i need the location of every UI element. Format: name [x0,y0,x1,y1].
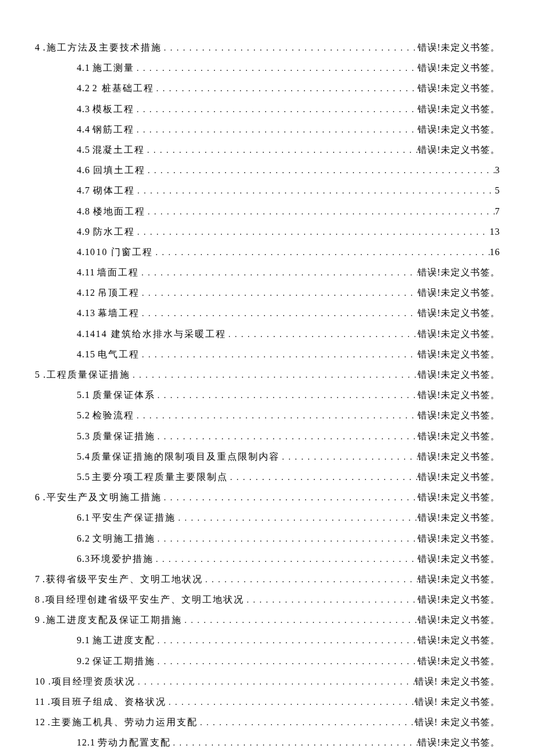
toc-number: 9 [35,612,40,628]
toc-number: 7 [35,571,40,587]
toc-page: 错误!未定义书签。 [418,285,500,300]
toc-leader-dots [139,264,417,280]
toc-title: 保证工期措施 [92,653,155,669]
toc-page: 错误!未定义书签。 [418,367,500,382]
toc-leader-dots [135,182,495,198]
toc-number: 4.11 [77,264,95,280]
toc-entry: 5.2检验流程错误!未定义书签。 [35,407,500,423]
toc-page: 16 [490,244,500,260]
toc-page: 错误!未定义书签。 [418,653,500,669]
toc-title: 电气工程 [98,346,140,362]
toc-page: 错误!未定义书签。 [418,489,500,505]
toc-page: 错误!未定义书签。 [418,449,500,464]
toc-leader-dots [140,305,418,321]
toc-entry: 4.1施工测量错误!未定义书签。 [35,60,500,76]
toc-title: 10 门窗工程 [96,244,153,260]
toc-leader-dots [166,694,415,710]
toc-title: 主要分项工程质量主要限制点 [92,469,228,485]
toc-leader-dots [153,244,490,260]
toc-title: 14 建筑给水排水与采暖工程 [96,326,226,342]
toc-entry: 4.4钢筋工程错误!未定义书签。 [35,121,500,137]
toc-entry: 6.1平安生产保证措施错误!未定义书签。 [35,510,500,525]
toc-number: 4.3 [77,101,90,117]
toc-number: 4.8 [77,203,90,219]
toc-title: 劳动力配置支配 [98,734,171,750]
toc-title: 施工进度支配 [92,632,155,648]
toc-page: 错误!未定义书签。 [418,428,500,444]
toc-leader-dots [162,40,418,55]
toc-number: 10 [35,673,45,689]
toc-entry: 5.4质量保证措施的限制项目及重点限制内容错误!未定义书签。 [35,449,500,464]
toc-page: 错误!未定义书签。 [418,326,500,342]
toc-title: .项目经理资质状况 [48,673,135,689]
toc-number: 5 [35,367,40,382]
toc-entry: 12.主要施工机具、劳动力运用支配错误! 未定义书签。 [35,714,500,730]
toc-number: 6 [35,489,40,505]
toc-title: .项目班子组成、资格状况 [48,694,166,710]
toc-number: 5.5 [77,469,90,485]
toc-title: .主要施工机具、劳动力运用支配 [48,714,198,730]
toc-page: 错误!未定义书签。 [418,305,500,321]
toc-leader-dots [244,592,418,607]
toc-number: 4.6 [77,162,90,178]
toc-leader-dots [154,80,418,96]
toc-page: 错误!未定义书签。 [418,101,500,117]
toc-leader-dots [134,121,418,137]
toc-page: 错误!未定义书签。 [418,346,500,362]
toc-title: 质量保证体系 [92,387,155,403]
toc-leader-dots [155,387,418,403]
toc-entry: 5.5主要分项工程质量主要限制点错误!未定义书签。 [35,469,500,485]
toc-leader-dots [134,407,418,423]
toc-page: 5 [495,182,500,198]
toc-number: 4.12 [77,285,95,300]
toc-entry: 4.6回填土工程3 [35,162,500,178]
toc-entry: 4.8楼地面工程7 [35,203,500,219]
toc-number: 4.15 [77,346,95,362]
toc-leader-dots [130,367,417,382]
toc-leader-dots [198,714,415,730]
toc-leader-dots [154,551,418,567]
toc-leader-dots [145,203,495,219]
toc-entry: 4.7砌体工程5 [35,182,500,198]
toc-entry: 6.平安生产及文明施工措施错误!未定义书签。 [35,489,500,505]
toc-page: 13 [490,224,500,239]
toc-title: 文明施工措施 [92,531,155,546]
toc-entry: 7.获得省级平安生产、文明工地状况错误!未定义书签。 [35,571,500,587]
toc-number: 6.2 [77,531,90,546]
toc-number: 4.1 [77,60,90,76]
toc-page: 错误!未定义书签。 [418,121,500,137]
toc-title: 环境爱护措施 [91,551,154,567]
toc-page: 错误!未定义书签。 [418,632,500,648]
toc-leader-dots [155,428,418,444]
toc-number: 6.3 [77,551,90,567]
toc-entry: 5.3质量保证措施错误!未定义书签。 [35,428,500,444]
toc-entry: 4.5混凝土工程错误!未定义书签。 [35,142,500,157]
toc-title: .施工进度支配及保证工期措施 [42,612,182,628]
toc-title: 防水工程 [93,224,135,239]
toc-entry: 9.2保证工期措施错误!未定义书签。 [35,653,500,669]
toc-number: 12 [35,714,45,730]
toc-entry: 10.项目经理资质状况错误! 未定义书签。 [35,673,500,689]
toc-title: .平安生产及文明施工措施 [43,489,162,505]
toc-number: 9.1 [77,632,90,648]
toc-title: .项目经理创建省级平安生产、文明工地状况 [42,592,244,607]
toc-entry: 4.11墙面工程错误!未定义书签。 [35,264,500,280]
toc-leader-dots [171,734,418,750]
toc-leader-dots [135,224,490,239]
toc-number: 4.14 [77,326,95,342]
toc-title: 2 桩基础工程 [92,80,154,96]
toc-entry: 4.9防水工程13 [35,224,500,239]
toc-entry: 5.工程质量保证措施错误!未定义书签。 [35,367,500,382]
toc-entry: 11.项目班子组成、资格状况错误! 未定义书签。 [35,694,500,710]
toc-number: 4.10 [77,244,95,260]
toc-page: 错误!未定义书签。 [418,387,500,403]
toc-title: 模板工程 [92,101,134,117]
toc-entry: 9.施工进度支配及保证工期措施错误!未定义书签。 [35,612,500,628]
toc-page: 错误!未定义书签。 [418,612,500,628]
toc-leader-dots [226,326,418,342]
toc-entry: 4.1010 门窗工程16 [35,244,500,260]
toc-entry: 9.1施工进度支配错误!未定义书签。 [35,632,500,648]
toc-number: 11 [35,694,45,710]
toc-title: 平安生产保证措施 [92,510,176,525]
toc-entry: 6.3环境爱护措施错误!未定义书签。 [35,551,500,567]
